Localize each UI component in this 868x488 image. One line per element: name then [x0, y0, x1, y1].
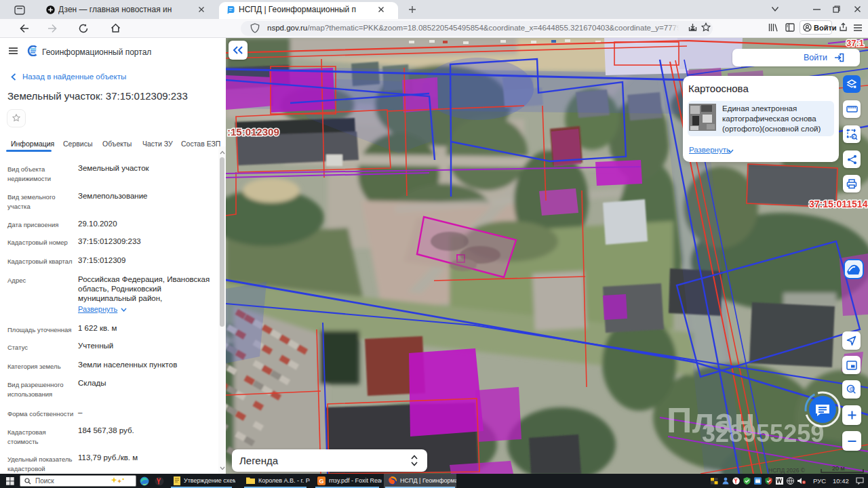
svg-text:37:1: 37:1 [846, 38, 864, 48]
svg-text:G: G [319, 478, 324, 485]
svg-text::15:012309: :15:012309 [227, 126, 279, 138]
svg-text:37:15:011514: 37:15:011514 [809, 199, 868, 209]
svg-text:328955259: 328955259 [702, 420, 824, 447]
svg-text:НСПД 2026 ©: НСПД 2026 © [768, 467, 806, 474]
svg-text:20 м: 20 м [832, 465, 845, 472]
